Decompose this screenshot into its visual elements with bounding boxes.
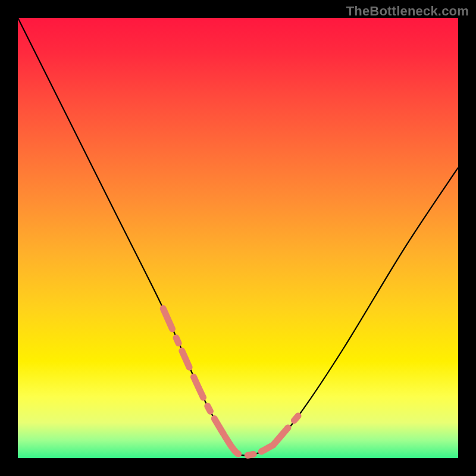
bottleneck-curve (18, 18, 458, 455)
plot-area (18, 18, 458, 458)
highlight-group (163, 308, 299, 455)
highlight-segment (273, 414, 299, 445)
highlight-segment (163, 308, 225, 436)
chart-frame: TheBottleneck.com (0, 0, 476, 476)
watermark-text: TheBottleneck.com (346, 4, 469, 19)
highlight-segment (225, 436, 273, 455)
curve-svg (18, 18, 458, 458)
